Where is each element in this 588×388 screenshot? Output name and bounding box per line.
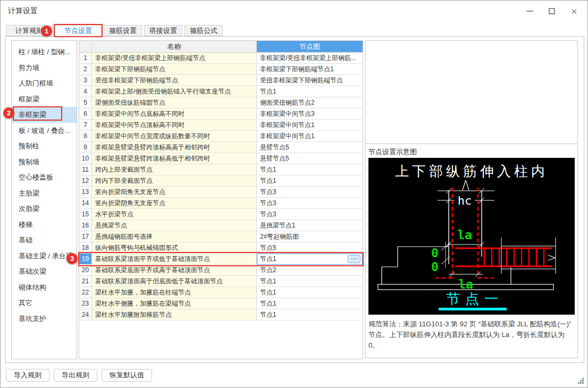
sidebar-item-6[interactable]: 板 / 坡道 / 叠合... bbox=[12, 123, 77, 139]
table-row[interactable]: 1非框架梁/受扭非框架梁上部钢筋端节点非框架梁/受扭非框架梁上部钢筋... bbox=[79, 53, 363, 64]
annotation-badge-1: 1 bbox=[41, 26, 52, 37]
maximize-button[interactable] bbox=[545, 6, 559, 16]
row-value-cell[interactable]: 非框架梁中间节点1 bbox=[257, 120, 363, 131]
sidebar-item-8[interactable]: 预制墙 bbox=[12, 154, 77, 170]
row-value-cell[interactable]: 悬臂节点5 bbox=[257, 153, 363, 164]
table-row[interactable]: 22梁柱水平加腋，加腋筋在柱端节点节点1 bbox=[79, 287, 363, 298]
close-button[interactable]: ✕ bbox=[567, 6, 581, 16]
row-value-cell[interactable]: 节点3 bbox=[257, 198, 363, 209]
table-row[interactable]: 14竖向折梁阴角无支座节点节点3 bbox=[79, 198, 363, 209]
row-value: 悬臂节点5 bbox=[260, 155, 289, 162]
sidebar-item-15[interactable]: 基础次梁 bbox=[12, 264, 77, 280]
row-value-cell[interactable]: 非框架梁/受扭非框架梁上部钢筋... bbox=[257, 53, 363, 64]
sidebar-item-5[interactable]: 非框架梁 bbox=[12, 107, 77, 123]
row-value-cell[interactable]: 节点1 bbox=[257, 164, 363, 175]
sidebar-item-1[interactable]: 柱 / 墙柱 / 型钢... bbox=[12, 44, 77, 60]
tab-2[interactable]: 节点设置 bbox=[55, 25, 102, 36]
table-row[interactable]: 4非框架梁上部/侧面受扭钢筋锚入平行墙支座节点节点1 bbox=[79, 86, 363, 97]
sidebar-item-16[interactable]: 砌体结构 bbox=[12, 280, 77, 296]
restore-defaults-button[interactable]: 恢复默认值 bbox=[102, 369, 152, 382]
dialog-title: 计算设置 bbox=[8, 6, 38, 16]
row-value-cell[interactable]: 节点1 bbox=[257, 175, 363, 187]
sidebar-item-2[interactable]: 剪力墙 bbox=[12, 60, 77, 76]
table-row[interactable]: 18纵向钢筋弯钩与机械锚固形式节点5 bbox=[79, 242, 363, 254]
row-name: 水平折梁节点 bbox=[92, 209, 257, 220]
row-value-cell[interactable]: 节点1⋯ bbox=[257, 254, 363, 265]
row-value-cell[interactable]: 节点1 bbox=[257, 287, 363, 298]
row-name: 非框架梁中间节点宽度或纵筋数量不同时 bbox=[92, 131, 257, 142]
header-num bbox=[79, 41, 92, 53]
row-number: 24 bbox=[79, 309, 92, 320]
table-row[interactable]: 10非框架悬臂梁悬臂跨顶标高低于相邻跨时悬臂节点5 bbox=[79, 153, 363, 164]
row-name: 基础联系梁底面平齐或高于基础顶面节点 bbox=[92, 265, 257, 276]
row-number: 10 bbox=[79, 153, 92, 164]
table-row[interactable]: 21基础联系梁顶面高于但底面低于基础顶面节点节点1 bbox=[79, 276, 363, 287]
row-name: 基础联系梁顶面平齐或低于基础顶面节点 bbox=[92, 254, 257, 265]
minimize-icon bbox=[526, 11, 533, 12]
table-row[interactable]: 7非框架梁中间节点顶标高不同时非框架梁中间节点1 bbox=[79, 120, 363, 131]
table-row[interactable]: 11跨内上部变截面节点节点1 bbox=[79, 164, 363, 175]
row-value-cell[interactable]: 悬臂节点5 bbox=[257, 142, 363, 153]
resize-grip-icon[interactable] bbox=[582, 382, 584, 384]
row-value: 节点1 bbox=[260, 311, 276, 318]
table-row[interactable]: 6非框架梁中间节点底标高不同时非框架梁中间节点3 bbox=[79, 108, 363, 120]
sidebar-item-11[interactable]: 次肋梁 bbox=[12, 201, 77, 217]
row-value: 受扭非框架梁下部钢筋端节点 bbox=[260, 77, 343, 84]
tab-4[interactable]: 搭接设置 bbox=[144, 25, 182, 36]
row-value: 节点3 bbox=[260, 199, 276, 207]
table-body: 1非框架梁/受扭非框架梁上部钢筋端节点非框架梁/受扭非框架梁上部钢筋...2非框… bbox=[79, 53, 363, 320]
row-value-cell[interactable]: 节点5 bbox=[257, 242, 363, 254]
row-number: 16 bbox=[79, 220, 92, 231]
row-value-cell[interactable]: 节点1 bbox=[257, 309, 363, 320]
table-row[interactable]: 17悬挑端钢筋图号选择2#弯起钢筋图 bbox=[79, 231, 363, 242]
import-rules-button[interactable]: 导入规则 bbox=[6, 369, 49, 382]
row-name: 竖向折梁阴角无支座节点 bbox=[92, 198, 257, 209]
row-number: 13 bbox=[79, 187, 92, 198]
sidebar-item-3[interactable]: 人防门框墙 bbox=[12, 75, 77, 91]
table-row[interactable]: 9非框架悬臂梁悬臂跨顶标高高于相邻跨时悬臂节点5 bbox=[79, 142, 363, 153]
tab-3[interactable]: 箍筋设置 bbox=[104, 25, 142, 36]
illustration-label: 节点设置示意图 bbox=[368, 147, 417, 157]
row-number: 21 bbox=[79, 276, 92, 287]
table-row[interactable]: 3受扭非框架梁下部钢筋端节点受扭非框架梁下部钢筋端节点 bbox=[79, 75, 363, 86]
row-value-cell[interactable]: 节点1 bbox=[257, 86, 363, 97]
sidebar-item-18[interactable]: 基坑支护 bbox=[12, 311, 77, 327]
table-row[interactable]: 24梁柱水平加腋附加箍筋节点节点1 bbox=[79, 309, 363, 320]
sidebar-item-9[interactable]: 空心楼盖板 bbox=[12, 170, 77, 185]
table-row[interactable]: 20基础联系梁底面平齐或高于基础顶面节点节点2 bbox=[79, 265, 363, 276]
row-value-cell[interactable]: 2#弯起钢筋图 bbox=[257, 231, 363, 242]
sidebar-item-4[interactable]: 框架梁 bbox=[12, 91, 77, 107]
table-row[interactable]: 8非框架梁中间节点宽度或纵筋数量不同时非框架梁中间节点1 bbox=[79, 131, 363, 142]
row-value-cell[interactable]: 节点1 bbox=[257, 276, 363, 287]
row-number: 19 bbox=[79, 254, 92, 265]
sidebar-item-7[interactable]: 预制柱 bbox=[12, 138, 77, 154]
sidebar-item-13[interactable]: 基础 bbox=[12, 232, 77, 248]
row-value-cell[interactable]: 非框架梁下部钢筋端节点1 bbox=[257, 64, 363, 75]
table-row[interactable]: 15水平折梁节点节点3 bbox=[79, 209, 363, 220]
table-row[interactable]: 13竖向折梁阳角无支座节点节点3 bbox=[79, 187, 363, 198]
table-row[interactable]: 2非框架梁下部钢筋端节点非框架梁下部钢筋端节点1 bbox=[79, 64, 363, 75]
row-value-cell[interactable]: 非框架梁中间节点3 bbox=[257, 108, 363, 120]
table-row[interactable]: 16悬挑梁节点悬挑梁节点1 bbox=[79, 220, 363, 231]
table-row[interactable]: 5梁侧面受扭纵筋锚固节点侧面受扭钢筋节点2 bbox=[79, 97, 363, 108]
export-rules-button[interactable]: 导出规则 bbox=[54, 369, 97, 382]
node-diagram: 上下部纵筋伸入柱内 hc la 0 0 bbox=[368, 158, 575, 315]
ellipsis-button[interactable]: ⋯ bbox=[348, 255, 360, 263]
minimize-button[interactable] bbox=[523, 6, 536, 16]
la-bottom-label: la bbox=[458, 277, 473, 291]
tab-5[interactable]: 箍筋公式 bbox=[184, 25, 223, 36]
row-value-cell[interactable]: 受扭非框架梁下部钢筋端节点 bbox=[257, 75, 363, 86]
row-value-cell[interactable]: 悬挑梁节点1 bbox=[257, 220, 363, 231]
row-value-cell[interactable]: 节点1 bbox=[257, 298, 363, 309]
sidebar-item-10[interactable]: 主肋梁 bbox=[12, 185, 77, 201]
row-value-cell[interactable]: 侧面受扭钢筋节点2 bbox=[257, 97, 363, 108]
sidebar-item-12[interactable]: 楼梯 bbox=[12, 217, 77, 233]
table-row[interactable]: 19基础联系梁顶面平齐或低于基础顶面节点节点1⋯ bbox=[79, 254, 363, 265]
table-row[interactable]: 23梁柱水平侧腋，加腋筋在梁端节点节点1 bbox=[79, 298, 363, 309]
row-value-cell[interactable]: 非框架梁中间节点1 bbox=[257, 131, 363, 142]
table-row[interactable]: 12跨内下部变截面节点节点1 bbox=[79, 175, 363, 187]
row-value-cell[interactable]: 节点2 bbox=[257, 265, 363, 276]
row-value-cell[interactable]: 节点3 bbox=[257, 209, 363, 220]
sidebar-item-17[interactable]: 其它 bbox=[12, 295, 77, 311]
row-value-cell[interactable]: 节点3 bbox=[257, 187, 363, 198]
